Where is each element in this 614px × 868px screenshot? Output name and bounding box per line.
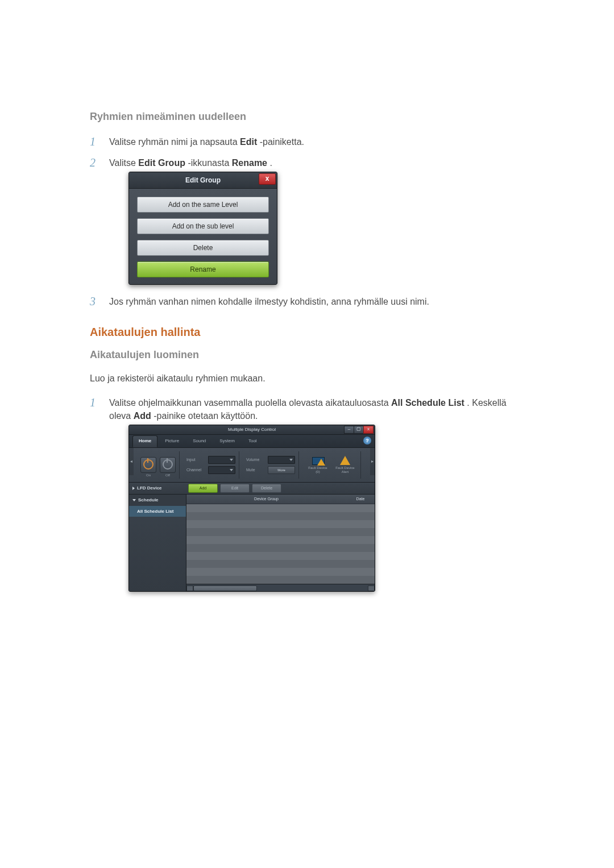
power-on-label: On: [141, 473, 156, 478]
delete-button-toolbar[interactable]: Delete: [252, 484, 281, 493]
channel-label: Channel: [186, 467, 206, 473]
rename-button[interactable]: Rename: [137, 261, 269, 277]
input-select[interactable]: [208, 456, 235, 464]
mdc-main-area: Device Group Date: [186, 495, 375, 591]
col-date[interactable]: Date: [346, 495, 375, 504]
close-icon[interactable]: x: [259, 173, 276, 185]
schedule-step-1: Valitse ohjelmaikkunan vasemmalla puolel…: [90, 396, 524, 592]
chevron-down-icon: [132, 499, 136, 501]
mdc-toolbar: ◂ On Off: [129, 448, 375, 483]
step-2-bold-a: Edit Group: [138, 158, 185, 168]
tab-tool[interactable]: Tool: [242, 435, 263, 447]
step-2-text-c: .: [269, 158, 272, 168]
tab-home[interactable]: Home: [132, 435, 157, 447]
step-2-bold-b: Rename: [232, 158, 267, 168]
toolbar-scroll-right-icon[interactable]: ▸: [370, 448, 375, 475]
mdc-window: Multiple Display Control – ▢ x Home Pict…: [128, 425, 375, 592]
mdc-tabs: Home Picture Sound System Tool ?: [129, 435, 375, 448]
sidebar-schedule-header[interactable]: Schedule: [129, 495, 186, 506]
schedule-step-1-c: -painike otetaan käyttöön.: [154, 411, 258, 421]
input-label: Input: [186, 457, 206, 463]
sidebar-item-all-schedule-list[interactable]: All Schedule List: [129, 506, 186, 517]
add-sub-level-button[interactable]: Add on the sub level: [137, 218, 269, 234]
add-same-level-button[interactable]: Add on the same Level: [137, 197, 269, 213]
mdc-action-bar: LFD Device Add Edit Delete: [129, 483, 375, 495]
step-1: Valitse ryhmän nimi ja napsauta Edit -pa…: [90, 135, 524, 148]
tab-system[interactable]: System: [213, 435, 241, 447]
channel-select[interactable]: [208, 466, 235, 474]
mdc-body: Schedule All Schedule List Device Group …: [129, 495, 375, 591]
mdc-window-title: Multiple Display Control – ▢ x: [129, 425, 375, 435]
minimize-icon[interactable]: –: [344, 426, 354, 434]
tab-picture[interactable]: Picture: [159, 435, 185, 447]
edit-button[interactable]: Edit: [220, 484, 250, 493]
tab-sound[interactable]: Sound: [186, 435, 212, 447]
step-3-text: Jos ryhmän vanhan nimen kohdalle ilmesty…: [109, 297, 429, 306]
step-3: Jos ryhmän vanhan nimen kohdalle ilmesty…: [90, 295, 524, 308]
more-button[interactable]: More: [268, 466, 295, 474]
schedule-intro-text: Luo ja rekisteröi aikataulu ryhmien muka…: [90, 373, 524, 384]
maximize-icon[interactable]: ▢: [354, 426, 364, 434]
chevron-right-icon: [132, 487, 135, 490]
col-device-group[interactable]: Device Group: [186, 495, 346, 504]
edit-group-dialog: Edit Group x Add on the same Level Add o…: [128, 172, 277, 285]
lfd-device-row[interactable]: LFD Device: [132, 485, 186, 492]
step-1-bold: Edit: [240, 137, 257, 147]
add-button[interactable]: Add: [188, 484, 218, 493]
schedule-table-header: Device Group Date: [186, 495, 375, 504]
power-group: On Off: [137, 451, 180, 479]
help-icon[interactable]: ?: [363, 437, 371, 445]
sidebar-schedule-label: Schedule: [138, 497, 159, 504]
fault-device-label: Fault Device (0): [308, 466, 327, 474]
fault-group: Fault Device (0) Fault Device Alert: [302, 451, 361, 479]
toolbar-scroll-left-icon[interactable]: ◂: [129, 448, 134, 475]
step-2-text-b: -ikkunasta: [188, 158, 231, 168]
schedule-step-1-bold-a: All Schedule List: [391, 398, 464, 408]
mdc-window-title-text: Multiple Display Control: [228, 427, 276, 432]
mdc-sidebar: Schedule All Schedule List: [129, 495, 186, 591]
edit-group-dialog-body: Add on the same Level Add on the sub lev…: [129, 189, 277, 284]
horizontal-scrollbar[interactable]: [186, 584, 375, 591]
section-renaming-heading: Ryhmien nimeäminen uudelleen: [90, 111, 524, 123]
step-2: Valitse Edit Group -ikkunasta Rename . E…: [90, 156, 524, 285]
fault-alert-label: Fault Device Alert: [335, 466, 354, 474]
schedule-step-1-bold-b: Add: [134, 411, 151, 421]
fault-device-indicator[interactable]: Fault Device (0): [306, 456, 330, 474]
power-off-label: Off: [160, 473, 175, 478]
schedule-table-rows: [186, 504, 375, 584]
section-schedules-heading: Aikataulujen hallinta: [90, 326, 524, 339]
close-window-icon[interactable]: x: [363, 426, 374, 434]
edit-group-dialog-title: Edit Group x: [129, 172, 277, 189]
volume-select[interactable]: [268, 456, 295, 464]
step-1-text-a: Valitse ryhmän nimi ja napsauta: [109, 137, 240, 147]
lfd-device-label: LFD Device: [137, 485, 162, 492]
edit-group-dialog-title-text: Edit Group: [185, 176, 221, 184]
power-off-button[interactable]: Off: [160, 457, 176, 473]
delete-button[interactable]: Delete: [137, 240, 269, 256]
sidebar-item-label: All Schedule List: [137, 509, 173, 514]
section-schedule-create-heading: Aikataulujen luominen: [90, 349, 524, 361]
schedule-step-1-a: Valitse ohjelmaikkunan vasemmalla puolel…: [109, 398, 391, 408]
step-1-text-b: -painiketta.: [260, 137, 304, 147]
input-channel-group: Input Channel: [183, 451, 239, 479]
volume-label: Volume: [246, 457, 265, 463]
step-2-text-a: Valitse: [109, 158, 138, 168]
volume-group: Volume Mute More: [243, 451, 299, 479]
mute-label: Mute: [246, 467, 265, 473]
fault-alert-indicator[interactable]: Fault Device Alert: [333, 456, 357, 474]
power-on-button[interactable]: On: [140, 457, 156, 473]
